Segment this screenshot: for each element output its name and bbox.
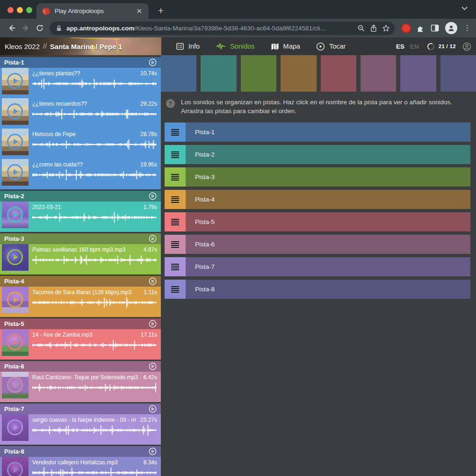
clip-thumbnail[interactable] [2, 329, 29, 356]
audio-clip[interactable]: Raul Cantizano- Toque por Solenoide.mp3 … [0, 372, 161, 402]
track-row-body[interactable]: Pista-3 [186, 167, 470, 187]
track-row[interactable]: Pista-6 [165, 235, 470, 254]
window-minimize-button[interactable] [17, 7, 23, 13]
track-row[interactable]: Pista-7 [165, 257, 470, 276]
track-row[interactable]: Pista-2 [165, 145, 470, 164]
audio-clip[interactable]: ¿¿tienes plantas?? 10.74s [0, 68, 161, 98]
window-zoom-button[interactable] [26, 7, 32, 13]
clip-play-icon[interactable] [7, 377, 23, 393]
track-row-body[interactable]: Pista-4 [186, 190, 470, 209]
new-tab-button[interactable]: + [154, 4, 167, 17]
drag-handle[interactable] [165, 123, 186, 142]
track-row-body[interactable]: Pista-2 [186, 145, 470, 164]
track-play-icon[interactable] [149, 320, 157, 328]
language-en-button[interactable]: EN [407, 43, 422, 50]
track-row-body[interactable]: Pista-5 [186, 212, 470, 231]
clip-thumbnail[interactable] [2, 129, 29, 155]
clip-play-icon[interactable] [7, 419, 23, 435]
track-row-body[interactable]: Pista-7 [186, 257, 470, 276]
profile-avatar[interactable] [445, 22, 457, 34]
drag-handle[interactable] [165, 212, 186, 231]
clip-thumbnail[interactable] [2, 414, 29, 441]
account-icon[interactable] [462, 42, 471, 51]
track-play-icon[interactable] [149, 58, 157, 66]
clip-play-icon[interactable] [7, 73, 23, 89]
clip-thumbnail[interactable] [2, 159, 29, 186]
clip-thumbnail[interactable] [2, 287, 29, 313]
drag-handle[interactable] [165, 145, 186, 164]
clip-thumbnail[interactable] [2, 68, 29, 94]
clip-play-icon[interactable] [7, 249, 23, 265]
clip-thumbnail[interactable] [2, 372, 29, 398]
zoom-level-icon[interactable] [357, 24, 365, 32]
drag-handle[interactable] [165, 280, 186, 299]
clip-play-icon[interactable] [7, 334, 23, 350]
audio-clip[interactable]: ¿¿como las cuida?? 19.95s [0, 159, 161, 189]
clip-thumbnail[interactable] [2, 202, 29, 228]
audio-clip[interactable]: Hiviscus de Pepe 28.78s [0, 129, 161, 159]
nav-item-tocar[interactable]: Tocar [308, 37, 353, 55]
drag-handle[interactable] [165, 257, 186, 276]
tab-search-chevron-icon[interactable] [462, 7, 468, 10]
track-play-icon[interactable] [149, 362, 157, 370]
audio-clip[interactable]: ¿¿tienes recuerdos?? 29.22s [0, 98, 161, 129]
clip-play-icon[interactable] [7, 292, 23, 308]
clip-thumbnail[interactable] [2, 98, 29, 125]
clip-play-icon[interactable] [7, 207, 23, 223]
tab-close-icon[interactable]: ✕ [134, 7, 144, 15]
clip-play-icon[interactable] [7, 462, 23, 476]
track-play-icon[interactable] [149, 405, 157, 413]
track-row[interactable]: Pista-8 [165, 280, 470, 299]
window-close-button[interactable] [7, 7, 14, 13]
nav-item-info[interactable]: Info [168, 37, 208, 55]
track-header[interactable]: Pista-3 [0, 233, 161, 244]
track-header[interactable]: Pista-2 [0, 191, 161, 202]
address-bar[interactable]: app.antropoloops.com/Kleos-Santa-Marina/… [50, 22, 395, 35]
track-header[interactable]: Pista-7 [0, 404, 161, 414]
track-play-icon[interactable] [149, 192, 157, 200]
track-play-icon[interactable] [149, 277, 157, 285]
track-play-icon[interactable] [149, 235, 157, 243]
browser-menu-icon[interactable]: ⋮ [463, 27, 470, 29]
clip-thumbnail[interactable] [2, 457, 29, 476]
audio-clip[interactable]: sergio cuevas - la harpe indienne - 03 -… [0, 414, 161, 445]
nav-item-mapa[interactable]: Mapa [263, 37, 308, 55]
back-button[interactable] [5, 21, 19, 35]
track-header[interactable]: Pista-8 [0, 446, 161, 457]
drag-handle[interactable] [165, 167, 186, 187]
audio-clip[interactable]: Palmas sevillanas 160 bpm mp3.mp3 4.87s [0, 244, 161, 274]
track-row-body[interactable]: Pista-6 [186, 235, 470, 254]
share-icon[interactable] [370, 24, 377, 32]
drag-handle[interactable] [165, 235, 186, 254]
clip-play-icon[interactable] [7, 134, 23, 150]
track-row-body[interactable]: Pista-8 [186, 280, 470, 299]
browser-tab[interactable]: Play Antropoloops ✕ [36, 3, 149, 19]
track-header[interactable]: Pista-5 [0, 318, 161, 329]
track-header[interactable]: Pista-1 [0, 57, 161, 68]
audio-clip[interactable]: Vendedor callejero Hortalizas.mp3 8.34s [0, 457, 161, 476]
bookmark-star-icon[interactable] [382, 24, 390, 32]
track-row[interactable]: Pista-3 [165, 167, 470, 187]
track-row[interactable]: Pista-4 [165, 190, 470, 209]
track-header[interactable]: Pista-4 [0, 276, 161, 287]
reload-button[interactable] [33, 21, 47, 35]
track-row-body[interactable]: Pista-1 [186, 123, 470, 142]
extensions-puzzle-icon[interactable] [416, 24, 425, 33]
side-panel-icon[interactable] [431, 24, 439, 32]
track-row[interactable]: Pista-5 [165, 212, 470, 231]
language-es-button[interactable]: ES [393, 43, 407, 50]
project-banner[interactable]: Kleos 2022 // Santa Marina / Pepe 1 [0, 37, 161, 55]
nav-item-sonidos[interactable]: Sonidos [208, 37, 262, 55]
recording-extension-icon[interactable] [402, 24, 410, 32]
audio-clip[interactable]: 2022-03-21 1.79s [0, 202, 161, 232]
drag-handle[interactable] [165, 190, 186, 209]
track-play-icon[interactable] [149, 447, 157, 455]
audio-clip[interactable]: 14 - Aire de Zamba.mp3 17.11s [0, 329, 161, 360]
clip-thumbnail[interactable] [2, 244, 29, 271]
clip-play-icon[interactable] [7, 164, 23, 180]
clip-play-icon[interactable] [7, 103, 23, 119]
audio-clip[interactable]: Taconeo de Sara Baras (128 kbps).mp3 1.1… [0, 287, 161, 317]
track-header[interactable]: Pista-6 [0, 361, 161, 372]
track-row[interactable]: Pista-1 [165, 123, 470, 142]
forward-button[interactable] [19, 21, 33, 35]
